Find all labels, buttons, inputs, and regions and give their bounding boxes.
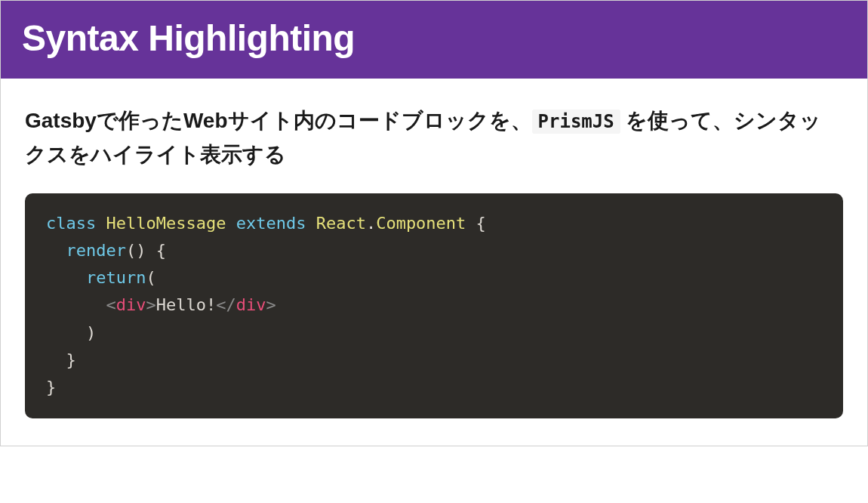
code-block: class HelloMessage extends React.Compone… (25, 193, 843, 418)
article-container: Syntax Highlighting Gatsbyで作ったWebサイト内のコー… (0, 0, 868, 446)
article-header: Syntax Highlighting (1, 1, 867, 79)
inline-code: PrismJS (532, 110, 620, 134)
description-part1: Gatsbyで作ったWebサイト内のコードブロックを、 (25, 109, 532, 132)
code-content: class HelloMessage extends React.Compone… (46, 214, 486, 397)
description-text: Gatsbyで作ったWebサイト内のコードブロックを、PrismJS を使って、… (25, 104, 843, 172)
page-title: Syntax Highlighting (22, 17, 846, 59)
article-content: Gatsbyで作ったWebサイト内のコードブロックを、PrismJS を使って、… (1, 79, 867, 446)
